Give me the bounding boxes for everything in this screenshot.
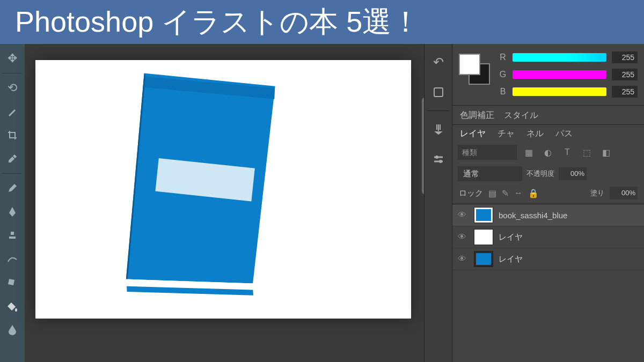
lasso-tool-icon[interactable]: ⟲ <box>2 77 23 99</box>
layer-row[interactable]: 👁 レイヤ <box>452 248 644 270</box>
filter-adjust-icon[interactable]: ◐ <box>540 145 555 160</box>
layer-name: レイヤ <box>499 254 639 264</box>
fill-value[interactable]: 00% <box>610 187 638 200</box>
lock-position-icon[interactable]: ↔ <box>514 188 523 198</box>
filter-label: 種類 <box>462 148 477 157</box>
lock-pixels-icon[interactable]: ✎ <box>502 188 509 198</box>
pen-tool-icon[interactable] <box>2 201 23 223</box>
opacity-label: 不透明度 <box>526 169 554 179</box>
blend-mode-select[interactable]: 通常 <box>458 166 522 181</box>
opacity-value[interactable]: 00% <box>559 167 587 180</box>
eyedropper-tool-icon[interactable] <box>2 147 23 170</box>
layer-name: レイヤ <box>499 232 639 242</box>
crop-tool-icon[interactable] <box>2 124 23 146</box>
tab-styles[interactable]: スタイル <box>504 110 538 121</box>
layer-thumbnail[interactable] <box>474 251 493 267</box>
g-value[interactable]: 255 <box>612 69 638 80</box>
layer-thumbnail[interactable] <box>474 207 493 223</box>
visibility-icon[interactable]: 👁 <box>458 232 469 242</box>
layers-tabs: レイヤ チャ ネル パス <box>452 124 644 142</box>
adjustments-tabs: 色調補正 スタイル <box>452 106 644 124</box>
filter-smart-icon[interactable]: ◧ <box>598 145 613 160</box>
history-icon[interactable]: ↶ <box>428 50 449 74</box>
b-value[interactable]: 255 <box>612 86 638 98</box>
layer-row[interactable]: 👁 book_sasshi4_blue <box>452 204 644 226</box>
title-banner: Photoshop イラストの本 5選！ <box>0 0 644 44</box>
separator <box>3 73 22 73</box>
separator <box>3 173 22 174</box>
b-slider[interactable] <box>513 87 606 96</box>
filter-image-icon[interactable]: ▦ <box>521 145 536 160</box>
tab-adjustments[interactable]: 色調補正 <box>460 110 494 121</box>
fill-label: 塗り <box>590 188 604 198</box>
layer-list: 👁 book_sasshi4_blue 👁 レイヤ 👁 レイヤ <box>452 204 644 270</box>
pencil-tool-icon[interactable] <box>2 177 23 200</box>
char-icon[interactable] <box>428 80 449 104</box>
canvas-area <box>25 44 422 362</box>
svg-point-2 <box>435 156 438 159</box>
color-panel: R 255 G 255 B 255 <box>452 44 644 106</box>
fg-bg-swatches[interactable] <box>459 54 489 84</box>
lock-all-icon[interactable]: 🔒 <box>528 188 539 198</box>
tab-paths[interactable]: パス <box>555 128 573 139</box>
brush-preset-icon[interactable] <box>428 117 449 141</box>
brush-tool-icon[interactable] <box>2 100 23 123</box>
r-value[interactable]: 255 <box>612 51 638 63</box>
r-slider[interactable] <box>513 53 606 62</box>
layer-filter-select[interactable]: 種類 <box>458 145 517 160</box>
svg-point-3 <box>439 160 442 163</box>
smudge-tool-icon[interactable] <box>2 271 23 294</box>
move-tool-icon[interactable]: ✥ <box>2 47 23 70</box>
visibility-icon[interactable]: 👁 <box>458 210 469 220</box>
rgb-sliders: R 255 G 255 B 255 <box>499 49 638 98</box>
layer-row[interactable]: 👁 レイヤ <box>452 226 644 248</box>
photoshop-workspace: ✥ ⟲ <box>0 44 644 362</box>
bucket-tool-icon[interactable] <box>2 295 23 317</box>
visibility-icon[interactable]: 👁 <box>458 254 469 264</box>
filter-shape-icon[interactable]: ⬚ <box>579 145 594 160</box>
lock-transparent-icon[interactable]: ▤ <box>488 188 496 198</box>
tab-channels-2[interactable]: ネル <box>526 128 544 139</box>
tab-channels-1[interactable]: チャ <box>497 128 515 139</box>
b-label: B <box>499 87 507 97</box>
collapsed-panel-dock: ↶ <box>424 44 452 362</box>
right-panel-group: R 255 G 255 B 255 色調補正 スタイル <box>452 44 644 362</box>
g-slider[interactable] <box>513 70 606 79</box>
tab-layers[interactable]: レイヤ <box>460 128 486 139</box>
foreground-color-swatch[interactable] <box>459 54 480 75</box>
separator <box>428 110 449 111</box>
brush-settings-icon[interactable] <box>428 147 449 171</box>
page-title: Photoshop イラストの本 5選！ <box>15 3 420 42</box>
blend-opacity-row: 通常 不透明度 00% <box>452 163 644 184</box>
blend-mode-value: 通常 <box>463 169 479 178</box>
r-label: R <box>499 53 507 62</box>
layer-name: book_sasshi4_blue <box>499 211 639 220</box>
layer-thumbnail[interactable] <box>474 229 493 245</box>
path-tool-icon[interactable] <box>2 248 23 270</box>
book-illustration <box>100 65 293 301</box>
layer-filter-row: 種類 ▦ ◐ T ⬚ ◧ <box>452 142 644 163</box>
lock-label: ロック <box>459 188 483 198</box>
stamp-tool-icon[interactable] <box>2 224 23 247</box>
lock-row: ロック ▤ ✎ ↔ 🔒 塗り 00% <box>452 184 644 204</box>
document-canvas[interactable] <box>35 60 411 319</box>
g-label: G <box>499 70 507 79</box>
blur-tool-icon[interactable] <box>2 319 23 341</box>
svg-rect-1 <box>434 88 443 97</box>
filter-type-icon[interactable]: T <box>560 145 575 160</box>
tool-palette: ✥ ⟲ <box>0 44 25 362</box>
